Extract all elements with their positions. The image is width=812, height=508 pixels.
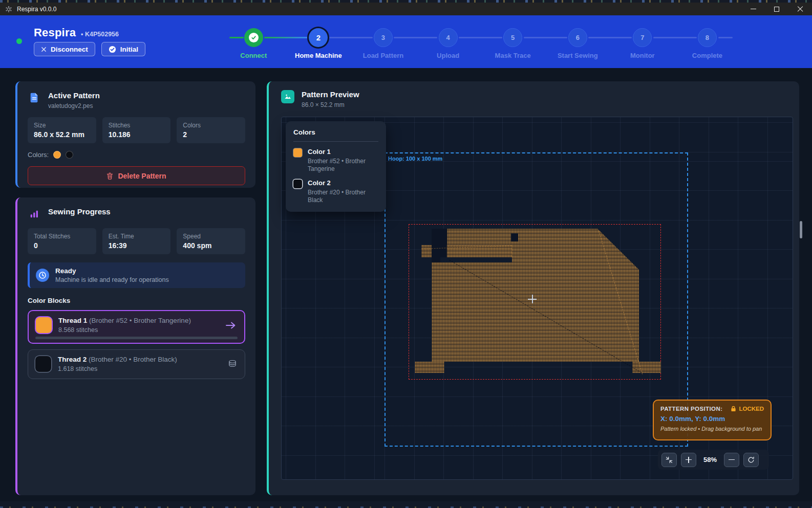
- step-7-circle[interactable]: 7: [633, 28, 652, 47]
- step-connect: Connect: [221, 28, 286, 59]
- thread-1-detail: (Brother #52 • Brother Tangerine): [89, 317, 191, 324]
- check-icon: [251, 35, 257, 40]
- zoom-out-button[interactable]: [724, 453, 739, 467]
- initial-label: Initial: [120, 46, 138, 53]
- disconnect-label: Disconnect: [51, 46, 88, 53]
- step-4-circle[interactable]: 4: [439, 28, 458, 47]
- legend-swatch-2: [293, 180, 302, 188]
- arrow-right-icon: [225, 321, 237, 330]
- step-mask-trace: 5 Mask Trace: [480, 28, 545, 59]
- reset-view-button[interactable]: [743, 453, 759, 467]
- pattern-dimensions: 86.0 × 52.2 mm: [302, 101, 359, 108]
- minimize-icon: [751, 9, 756, 9]
- step-complete: 8 Complete: [675, 28, 740, 59]
- step-5-circle[interactable]: 5: [503, 28, 522, 47]
- close-icon: [797, 6, 803, 12]
- scrollbar-thumb[interactable]: [800, 221, 802, 238]
- workflow-stepper: Connect 2 Home Machine 3 Load Pattern 4 …: [221, 28, 740, 64]
- step-8-circle[interactable]: 8: [698, 28, 717, 47]
- preview-canvas[interactable]: Hoop: 100 x 100 mm Colors: [281, 117, 793, 480]
- stat-time-label: Est. Time: [109, 233, 165, 240]
- pattern-position-label: PATTERN POSITION:: [660, 406, 722, 412]
- stat-speed-value: 400 spm: [183, 241, 239, 250]
- thread-1-progress-bar: [35, 337, 238, 339]
- legend-desc-1: Brother #52 • Brother Tangerine: [308, 158, 378, 173]
- minimize-button[interactable]: [741, 3, 765, 15]
- thread-2-swatch: [35, 356, 51, 372]
- thread-1-row[interactable]: Thread 1 (Brother #52 • Brother Tangerin…: [28, 310, 245, 344]
- window-title: Respira v0.0.0: [17, 6, 56, 13]
- step-start-sewing: 6 Start Sewing: [545, 28, 610, 59]
- app-icon: [5, 6, 12, 13]
- thread-1-name-bold: Thread 1: [58, 317, 87, 324]
- step-1-circle[interactable]: [244, 28, 263, 47]
- clock-icon: [36, 269, 49, 282]
- close-button[interactable]: [788, 3, 812, 15]
- active-pattern-card: Active Pattern valetudogv2.pes Size 86.0…: [15, 81, 255, 188]
- app-window: Respira v0.0.0 Respira • K4P502956 Disco…: [0, 0, 812, 508]
- legend-name-1: Color 1: [308, 148, 378, 156]
- locked-label: LOCKED: [739, 406, 764, 412]
- plus-icon: [686, 457, 692, 463]
- color-dot-1: [53, 151, 61, 159]
- app-header: Respira • K4P502956 Disconnect Initial: [0, 15, 812, 68]
- thread-2-name-bold: Thread 2: [58, 356, 87, 363]
- active-pattern-title: Active Pattern: [48, 91, 100, 100]
- check-circle-icon: [109, 46, 116, 53]
- pattern-preview-title: Pattern Preview: [302, 90, 359, 99]
- stat-stitches-value: 10.186: [109, 130, 165, 139]
- thread-1-swatch: [36, 317, 52, 333]
- refresh-icon: [747, 456, 755, 463]
- x-icon: [41, 47, 47, 52]
- step-2-circle[interactable]: 2: [309, 28, 328, 47]
- stat-colors-label: Colors: [183, 122, 239, 129]
- step-8-label: Complete: [692, 52, 722, 59]
- stat-colors: Colors 2: [177, 117, 245, 143]
- connection-status-dot: [16, 38, 22, 44]
- stat-total-stitches: Total Stitches 0: [28, 228, 96, 254]
- zoom-in-button[interactable]: [681, 453, 696, 467]
- step-home-machine: 2 Home Machine: [286, 28, 351, 59]
- fit-view-button[interactable]: [661, 453, 677, 467]
- disconnect-button[interactable]: Disconnect: [34, 42, 95, 56]
- hoop-label: Hoop: 100 x 100 mm: [388, 156, 442, 162]
- step-monitor: 7 Monitor: [610, 28, 675, 59]
- embroidery-pattern: [409, 224, 661, 380]
- titlebar: Respira v0.0.0: [0, 3, 812, 15]
- step-load-pattern: 3 Load Pattern: [351, 28, 416, 59]
- thread-2-name: Thread 2 (Brother #20 • Brother Black): [58, 356, 177, 363]
- background-window-sliver-bottom: [0, 501, 812, 508]
- color-blocks-label: Color Blocks: [28, 297, 245, 304]
- lock-icon: [731, 406, 736, 412]
- stat-size-value: 86.0 x 52.2 mm: [34, 130, 90, 139]
- step-6-circle[interactable]: 6: [568, 28, 587, 47]
- bar-chart-icon: [28, 207, 41, 220]
- legend-desc-2: Brother #20 • Brother Black: [308, 189, 378, 204]
- stat-stitches-label: Stitches: [109, 122, 165, 129]
- pattern-preview-card: Pattern Preview 86.0 × 52.2 mm Hoop: 100…: [267, 81, 799, 495]
- delete-pattern-button[interactable]: Delete Pattern: [28, 166, 245, 185]
- thread-1-stitches: 8.568 stitches: [58, 326, 191, 334]
- initial-button[interactable]: Initial: [101, 42, 145, 56]
- stat-time-value: 16:39: [109, 241, 165, 250]
- stat-colors-value: 2: [183, 130, 239, 139]
- pattern-lock-hint: Pattern locked • Drag background to pan: [660, 426, 764, 432]
- thread-1-name: Thread 1 (Brother #52 • Brother Tangerin…: [58, 317, 191, 324]
- legend-title: Colors: [293, 128, 378, 142]
- brand-title: Respira: [34, 26, 76, 39]
- zoom-toolbar: 58%: [658, 450, 769, 470]
- step-7-label: Monitor: [630, 52, 655, 59]
- legend-entry-1: Color 1 Brother #52 • Brother Tangerine: [293, 148, 378, 173]
- thread-2-row[interactable]: Thread 2 (Brother #20 • Brother Black) 1…: [28, 349, 245, 379]
- stat-stitches: Stitches 10.186: [102, 117, 171, 143]
- zoom-level: 58%: [700, 456, 720, 463]
- maximize-button[interactable]: [765, 3, 788, 15]
- step-2-label: Home Machine: [295, 52, 342, 59]
- legend-swatch-1: [293, 148, 302, 157]
- pattern-stitch-foot-right: [632, 362, 661, 373]
- pattern-dark-notch: [511, 233, 518, 241]
- stat-total-value: 0: [34, 241, 90, 250]
- legend-entry-2: Color 2 Brother #20 • Brother Black: [293, 179, 378, 204]
- step-3-circle[interactable]: 3: [374, 28, 393, 47]
- trash-icon: [106, 172, 113, 180]
